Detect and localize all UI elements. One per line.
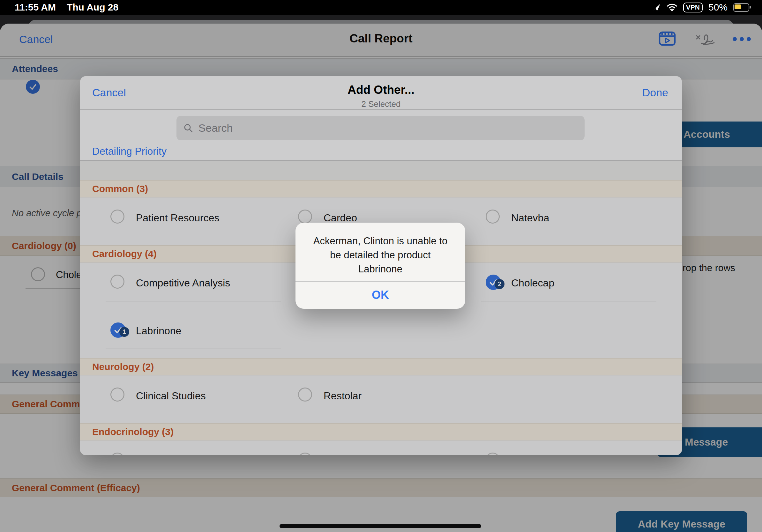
alert-dialog: Ackerman, Clinton is unable to be detail…: [295, 223, 465, 309]
status-time: 11:55 AM: [15, 2, 56, 13]
battery-icon: [733, 3, 749, 12]
status-date: Thu Aug 28: [67, 2, 118, 13]
vpn-badge: VPN: [683, 3, 703, 13]
status-bar: 11:55 AM Thu Aug 28 VPN 50%: [0, 0, 762, 15]
home-indicator[interactable]: [279, 524, 481, 528]
screen: Cancel Call Report: [0, 0, 762, 532]
wifi-icon: [667, 3, 677, 12]
alert-message: Ackerman, Clinton is unable to be detail…: [295, 234, 465, 276]
battery-percent: 50%: [708, 2, 727, 13]
alert-ok-button[interactable]: OK: [295, 281, 465, 309]
location-icon: [652, 3, 661, 12]
